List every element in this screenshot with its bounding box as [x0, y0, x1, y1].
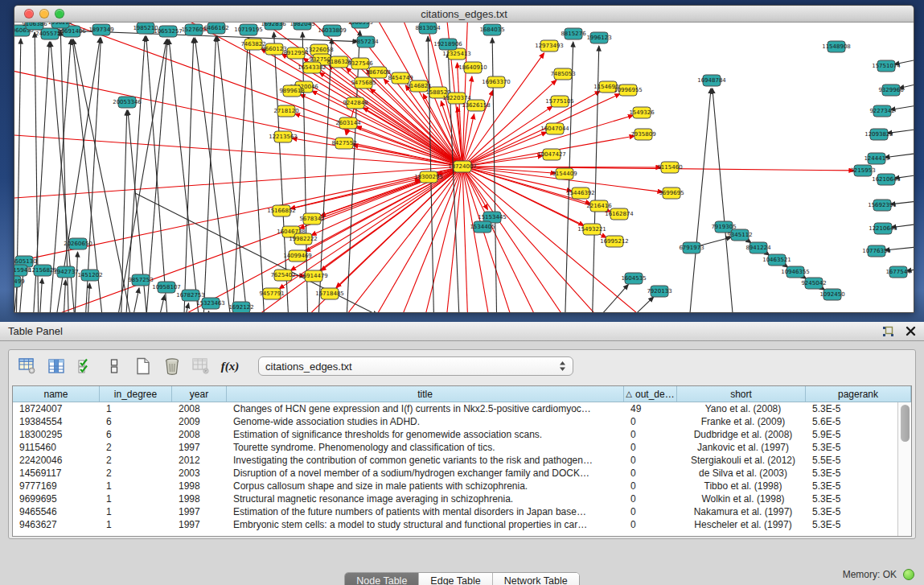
graph-node-label: 13626158 — [462, 102, 491, 109]
table-cell: 1997 — [172, 441, 227, 454]
table-cell: 5.9E-5 — [806, 428, 897, 441]
graph-node-label: 1604535 — [621, 275, 646, 282]
graph-edge — [129, 288, 139, 312]
table-row[interactable]: 969969511998Structural magnetic resonanc… — [13, 492, 897, 505]
graph-edge — [63, 280, 66, 312]
graph-node-label: 9345112 — [727, 232, 752, 238]
show-columns-icon[interactable] — [44, 355, 68, 377]
table-cell: 9777169 — [13, 480, 100, 492]
table-cell: 0 — [624, 441, 677, 454]
graph-edge — [249, 38, 265, 312]
graph-node-label: 1692122 — [228, 304, 253, 311]
table-panel-titlebar: Table Panel — [0, 322, 924, 341]
table-cell: 18724007 — [13, 402, 100, 415]
graph-node-label: 2216416 — [586, 203, 612, 209]
graph-node-label: 9857253 — [128, 277, 153, 283]
graph-node-label: 7625402 — [270, 272, 295, 278]
graph-node-label: 10653257 — [154, 28, 183, 35]
graph-node-label: 9115460 — [657, 164, 682, 171]
table-cell: 1997 — [172, 518, 227, 531]
delete-trash-icon[interactable] — [160, 355, 184, 377]
table-row[interactable]: 1872400712008Changes of HCN gene express… — [13, 402, 897, 415]
column-header-year[interactable]: year — [172, 386, 227, 402]
table-cell: 9115460 — [13, 441, 100, 454]
table-header-row: namein_degreeyeartitle△out_de…shortpager… — [13, 386, 911, 402]
graph-node-label: 18640910 — [458, 64, 487, 71]
row-height-icon[interactable] — [102, 355, 126, 377]
table-cell: 2008 — [172, 428, 227, 441]
graph-edge — [154, 295, 165, 312]
table-cell: Estimation of the future numbers of pati… — [227, 505, 624, 518]
graph-node-label: 8454749 — [388, 75, 413, 81]
memory-status-label: Memory: OK — [843, 569, 897, 580]
table-row[interactable]: 1830029562008Estimation of significance … — [13, 428, 897, 441]
float-window-icon[interactable] — [882, 326, 894, 337]
table-cell: 5.5E-5 — [806, 454, 897, 467]
graph-node-label: 9699695 — [659, 190, 684, 196]
graph-edge — [336, 167, 462, 287]
function-builder-icon[interactable]: f(x) — [218, 355, 242, 377]
table-row[interactable]: 946554611997Estimation of the future num… — [13, 505, 897, 518]
attribute-table: namein_degreeyeartitle△out_de…shortpager… — [12, 385, 912, 537]
table-row[interactable]: 946362711997Embryonic stem cells: a mode… — [13, 518, 897, 531]
table-cell: 18300295 — [13, 428, 100, 441]
table-select-dropdown[interactable]: citations_edges.txt — [258, 356, 573, 376]
table-cell: 49 — [624, 402, 677, 415]
table-cell: 2 — [100, 454, 172, 467]
graph-node-label: 18220374 — [442, 95, 471, 101]
new-document-icon[interactable] — [131, 355, 155, 377]
graph-node-label: 10996955 — [614, 87, 643, 93]
column-header-out_de[interactable]: △out_de… — [624, 386, 677, 402]
graph-node-label: 20053346 — [113, 99, 142, 105]
table-row[interactable]: 1456911722003Disruption of a novel membe… — [13, 467, 897, 480]
zoom-button[interactable] — [55, 9, 64, 19]
graph-node-label: 19218906 — [433, 41, 462, 47]
graph-node-label: 15751074 — [872, 63, 901, 69]
table-row[interactable]: 1938455462009Genome-wide association stu… — [13, 415, 897, 428]
table-cell: 14569117 — [13, 467, 100, 480]
table-select-value: citations_edges.txt — [265, 360, 559, 373]
scrollbar-thumb[interactable] — [901, 405, 910, 442]
table-cell: Franke et al. (2009) — [677, 415, 806, 428]
close-panel-icon[interactable] — [906, 326, 916, 336]
graph-svg: 7463822866012389129542322605893275051654… — [14, 23, 914, 312]
network-canvas[interactable]: 7463822866012389129542322605893275051654… — [14, 23, 914, 312]
table-cell: 5.3E-5 — [806, 467, 897, 480]
graph-node-label: 1692836 — [261, 23, 286, 27]
window-titlebar[interactable]: citations_edges.txt — [14, 6, 914, 23]
table-cell: 1998 — [172, 480, 227, 492]
graph-node-label: 8815276 — [561, 31, 586, 37]
traffic-lights — [24, 9, 64, 19]
graph-node-label: 16047044 — [540, 126, 569, 132]
table-cell: Investigating the contribution of common… — [227, 454, 624, 467]
table-row[interactable]: 2242004622012Investigating the contribut… — [13, 454, 897, 467]
column-header-name[interactable]: name — [13, 386, 100, 402]
table-row[interactable]: 977716911998Corpus callosum shape and si… — [13, 480, 897, 492]
graph-edge — [74, 252, 78, 312]
column-header-title[interactable]: title — [227, 386, 624, 402]
table-cell: 1 — [100, 492, 172, 505]
column-header-short[interactable]: short — [677, 386, 806, 402]
table-cell: Genome-wide association studies in ADHD. — [227, 415, 624, 428]
graph-node-label: 9106386 — [22, 23, 47, 27]
window-title: citations_edges.txt — [421, 8, 507, 20]
graph-node-label: 1996222 — [47, 23, 72, 26]
memory-status-indicator — [903, 569, 914, 580]
table-row[interactable]: 911546021997Tourette syndrome. Phenomeno… — [13, 441, 897, 454]
table-vertical-scrollbar[interactable] — [897, 402, 911, 536]
table-card: f(x) citations_edges.txt namein_degreeye… — [8, 349, 916, 539]
close-button[interactable] — [24, 9, 34, 19]
table-cell: Corpus callosum shape and size in male p… — [227, 480, 624, 492]
table-cell: 2008 — [172, 402, 227, 415]
column-header-in_degree[interactable]: in_degree — [100, 386, 172, 402]
graph-edge — [462, 167, 914, 312]
table-mode-icon[interactable] — [15, 355, 39, 377]
table-cell: 22420046 — [13, 454, 100, 467]
column-header-pagerank[interactable]: pagerank — [806, 386, 911, 402]
table-cell: 1997 — [172, 505, 227, 518]
graph-node-label: 2867608 — [365, 69, 390, 76]
select-columns-icon[interactable] — [73, 355, 97, 377]
minimize-button[interactable] — [39, 9, 49, 19]
graph-node-label: 16543382 — [298, 64, 326, 71]
table-cell: 0 — [624, 518, 677, 531]
